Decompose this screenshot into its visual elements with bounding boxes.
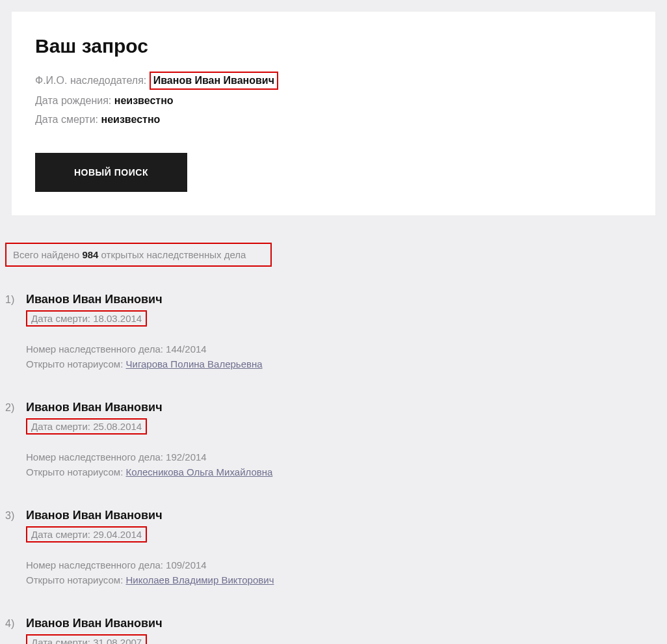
results-summary: Всего найдено 984 открытых наследственны… (5, 243, 272, 267)
result-case-row: Номер наследственного дела: 192/2014 (26, 451, 662, 463)
result-name: Иванов Иван Иванович (26, 509, 662, 522)
result-name: Иванов Иван Иванович (26, 401, 662, 414)
notary-link[interactable]: Колесникова Ольга Михайловна (126, 466, 273, 477)
death-value: 25.08.2014 (93, 421, 142, 432)
query-fio-value: Иванов Иван Иванович (153, 75, 274, 86)
result-notary-row: Открыто нотариусом: Николаев Владимир Ви… (26, 574, 662, 585)
query-fio-row: Ф.И.О. наследодателя: Иванов Иван Иванов… (35, 72, 632, 90)
result-item: 1) Иванов Иван Иванович Дата смерти: 18.… (5, 293, 662, 373)
result-number: 2) (5, 401, 26, 481)
result-number: 4) (5, 617, 26, 644)
query-birth-value: неизвестно (114, 95, 174, 106)
notary-link[interactable]: Николаев Владимир Викторович (126, 574, 274, 585)
query-card: Ваш запрос Ф.И.О. наследодателя: Иванов … (12, 12, 655, 215)
case-label: Номер наследственного дела: (26, 451, 163, 463)
death-label: Дата смерти: (31, 313, 90, 324)
result-body: Иванов Иван Иванович Дата смерти: 18.03.… (26, 293, 662, 373)
result-notary-row: Открыто нотариусом: Чигарова Полина Вале… (26, 358, 662, 369)
query-title: Ваш запрос (35, 35, 632, 57)
result-item: 3) Иванов Иван Иванович Дата смерти: 29.… (5, 509, 662, 589)
notary-label: Открыто нотариусом: (26, 466, 123, 477)
notary-label: Открыто нотариусом: (26, 358, 123, 369)
result-notary-row: Открыто нотариусом: Колесникова Ольга Ми… (26, 466, 662, 477)
result-case-row: Номер наследственного дела: 144/2014 (26, 343, 662, 355)
result-number: 1) (5, 293, 26, 373)
result-body: Иванов Иван Иванович Дата смерти: 25.08.… (26, 401, 662, 481)
query-death-value: неизвестно (101, 114, 160, 125)
summary-suffix: открытых наследственных дела (101, 249, 246, 260)
query-birth-row: Дата рождения: неизвестно (35, 94, 632, 108)
query-death-label: Дата смерти: (35, 114, 98, 125)
result-body: Иванов Иван Иванович Дата смерти: 31.08.… (26, 617, 662, 644)
result-name: Иванов Иван Иванович (26, 293, 662, 306)
query-birth-label: Дата рождения: (35, 95, 111, 106)
result-death-row: Дата смерти: 18.03.2014 (26, 310, 147, 327)
death-value: 18.03.2014 (93, 313, 142, 324)
case-value: 192/2014 (166, 451, 207, 463)
result-item: 4) Иванов Иван Иванович Дата смерти: 31.… (5, 617, 662, 644)
death-value: 31.08.2007 (93, 637, 142, 644)
case-value: 109/2014 (166, 559, 207, 570)
case-label: Номер наследственного дела: (26, 343, 163, 355)
result-item: 2) Иванов Иван Иванович Дата смерти: 25.… (5, 401, 662, 481)
result-death-row: Дата смерти: 29.04.2014 (26, 526, 147, 543)
summary-count: 984 (82, 249, 98, 260)
death-label: Дата смерти: (31, 421, 90, 432)
case-label: Номер наследственного дела: (26, 559, 163, 570)
result-death-row: Дата смерти: 25.08.2014 (26, 418, 147, 435)
result-case-row: Номер наследственного дела: 109/2014 (26, 559, 662, 570)
summary-prefix: Всего найдено (13, 249, 79, 260)
query-death-row: Дата смерти: неизвестно (35, 113, 632, 127)
result-name: Иванов Иван Иванович (26, 617, 662, 630)
result-body: Иванов Иван Иванович Дата смерти: 29.04.… (26, 509, 662, 589)
death-value: 29.04.2014 (93, 529, 142, 540)
result-death-row: Дата смерти: 31.08.2007 (26, 634, 147, 644)
query-fio-value-highlight: Иванов Иван Иванович (150, 72, 278, 90)
death-label: Дата смерти: (31, 637, 90, 644)
notary-link[interactable]: Чигарова Полина Валерьевна (126, 358, 263, 369)
new-search-button[interactable]: НОВЫЙ ПОИСК (35, 153, 187, 192)
notary-label: Открыто нотариусом: (26, 574, 123, 585)
results-list: 1) Иванов Иван Иванович Дата смерти: 18.… (5, 293, 662, 644)
death-label: Дата смерти: (31, 529, 90, 540)
query-fio-label: Ф.И.О. наследодателя: (35, 75, 146, 86)
result-number: 3) (5, 509, 26, 589)
case-value: 144/2014 (166, 343, 207, 355)
